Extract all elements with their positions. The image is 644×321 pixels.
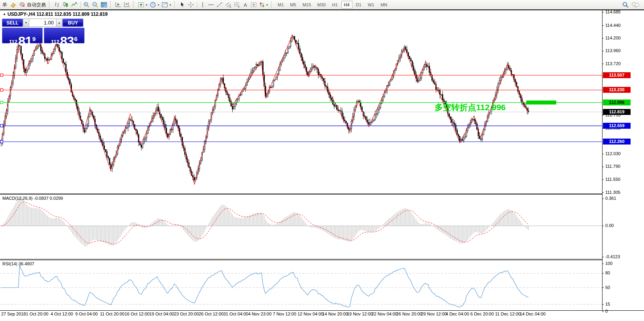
toolbar-separator: [197, 2, 197, 8]
fibonacci-button[interactable]: F: [233, 0, 241, 9]
arrows-button[interactable]: ▾: [258, 0, 269, 9]
order-button-label: 单: [2, 2, 7, 8]
time-axis-label: 11 Oct 20:00: [100, 312, 124, 316]
search-icon: [622, 2, 629, 8]
order-book-icon: [10, 2, 17, 8]
svg-text:E: E: [230, 6, 231, 8]
macd-axis-tick: 0.361: [605, 196, 616, 201]
zoom-in-button[interactable]: [82, 0, 91, 9]
timeframe-button-d1[interactable]: D1: [353, 1, 364, 9]
highlight-box: [526, 101, 556, 105]
toolbar-grip[interactable]: [49, 1, 51, 8]
toolbar-grip[interactable]: [133, 1, 135, 8]
channel-icon: E: [225, 2, 232, 8]
clock-icon: [150, 2, 156, 8]
bar-chart-button[interactable]: [53, 0, 61, 9]
volume-input[interactable]: [29, 19, 56, 27]
macd-axis-tick: -0.4123: [605, 254, 620, 259]
rsi-axis-tick: 80: [605, 270, 610, 275]
line-chart-button[interactable]: [70, 0, 79, 9]
toolbar-separator: [80, 2, 81, 8]
sell-price-display[interactable]: 112819: [2, 28, 43, 43]
templates-button[interactable]: ▾: [160, 0, 172, 9]
price-axis-tick: 112.030: [605, 151, 621, 156]
timeframe-button-m30[interactable]: M30: [314, 1, 328, 9]
text-label-button[interactable]: T: [249, 0, 258, 9]
volume-decrease-button[interactable]: ▼: [23, 19, 29, 27]
chart-title-text: USDJPY-,H4 112.811 112.835 112.809 112.8…: [8, 11, 108, 17]
timeframe-toolbar: M1M5M15M30H1H4D1W1MN: [275, 1, 390, 9]
text-label-icon: T: [250, 2, 257, 8]
chat-icon: [631, 2, 640, 8]
timeframe-button-mn[interactable]: MN: [378, 1, 390, 9]
trendline-button[interactable]: [215, 0, 224, 9]
autotrade-button[interactable]: 自动交易: [18, 0, 47, 9]
volume-increase-button[interactable]: ▲: [56, 19, 62, 27]
candlestick-chart-button[interactable]: [61, 0, 70, 9]
collapse-triangle-icon[interactable]: ▲: [3, 12, 6, 16]
buy-button[interactable]: BUY: [62, 19, 83, 27]
auto-scroll-button[interactable]: [114, 0, 122, 9]
price-axis-tick: 113.720: [605, 61, 621, 66]
time-axis-label: 7 Nov 12:00: [273, 312, 296, 316]
line-chart-icon: [71, 2, 77, 8]
chart-canvas[interactable]: [0, 0, 644, 321]
horizontal-line-button[interactable]: [207, 0, 215, 9]
auto-scroll-icon: [115, 2, 121, 8]
text-icon: A: [243, 2, 248, 8]
toolbar-grip[interactable]: [110, 1, 112, 8]
crosshair-button[interactable]: [186, 0, 195, 9]
text-button[interactable]: A: [241, 0, 249, 9]
time-axis-label: 19 Oct 04:00: [149, 312, 174, 316]
price-axis-tick: 114.440: [605, 23, 621, 28]
search-button[interactable]: [621, 0, 630, 9]
fibonacci-icon: F: [234, 2, 240, 8]
main-toolbar: 单 自动交易 ▾ ▾ ▾: [0, 0, 644, 9]
buy-price-display[interactable]: 112836: [44, 28, 85, 43]
price-label-113.507: 113.507: [603, 72, 631, 78]
vertical-line-icon: [200, 2, 205, 8]
time-axis-label: 27 Sep 2018: [1, 312, 26, 316]
arrows-icon: [259, 2, 265, 8]
pane-borders: [0, 9, 644, 311]
vertical-line-button[interactable]: [199, 0, 207, 9]
chevron-down-icon: ▾: [266, 3, 268, 7]
chat-button[interactable]: [630, 0, 641, 9]
time-axis-label: 9 Oct 04:00: [75, 312, 98, 316]
time-axis-label: 16 Oct 12:00: [125, 312, 150, 316]
time-axis-label: 26 Oct 12:00: [199, 312, 224, 316]
zoom-out-button[interactable]: [91, 0, 100, 9]
toolbar-grip[interactable]: [174, 1, 176, 8]
price-axis-tick: 111.305: [605, 190, 620, 195]
timeframe-button-h1[interactable]: H1: [329, 1, 340, 9]
chart-shift-icon: [124, 2, 130, 8]
periods-button[interactable]: ▾: [149, 0, 160, 9]
sell-price-prefix: 112: [9, 39, 17, 45]
new-order-book-button[interactable]: [9, 0, 18, 9]
trade-panel-prices: 112819 112836: [2, 28, 85, 43]
chart-shift-button[interactable]: [122, 0, 131, 9]
trendline-icon: [217, 2, 223, 8]
timeframe-button-m1[interactable]: M1: [275, 1, 286, 9]
autotrade-label: 自动交易: [27, 2, 46, 8]
tile-windows-button[interactable]: [100, 0, 108, 9]
timeframe-button-h4[interactable]: H4: [341, 1, 352, 9]
timeframe-button-m15[interactable]: M15: [300, 1, 314, 9]
indicators-button[interactable]: ▾: [137, 0, 149, 9]
sell-price-big: 81: [18, 34, 32, 49]
time-axis: 27 Sep 20181 Oct 20:004 Oct 12:009 Oct 0…: [0, 312, 644, 321]
timeframe-button-m5[interactable]: M5: [287, 1, 299, 9]
timeframe-button-w1[interactable]: W1: [365, 1, 377, 9]
cursor-button[interactable]: [178, 0, 186, 9]
macd-histogram: [1, 197, 529, 246]
svg-text:A: A: [244, 2, 247, 8]
chevron-down-icon: ▾: [146, 3, 147, 7]
rsi-line: [1, 265, 529, 307]
toolbar-grip[interactable]: [271, 1, 273, 8]
equidistant-channel-button[interactable]: E: [224, 0, 233, 9]
template-icon: [162, 2, 168, 8]
sell-button[interactable]: SELL: [2, 19, 23, 27]
order-button[interactable]: 单: [1, 0, 9, 9]
time-axis-label: 4 Oct 12:00: [51, 312, 73, 316]
time-axis-label: 14 Dec 04:00: [520, 312, 546, 316]
